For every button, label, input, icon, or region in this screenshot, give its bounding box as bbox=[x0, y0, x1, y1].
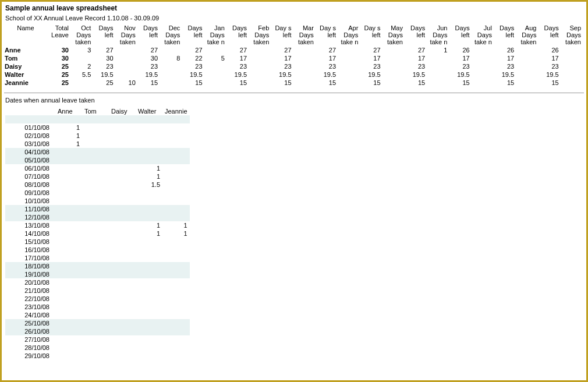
table-row: 26/10/08 bbox=[5, 327, 190, 335]
summary-header: Days left bbox=[493, 24, 515, 46]
cell: 15 bbox=[359, 79, 381, 87]
cell: 17 bbox=[493, 54, 515, 62]
cell bbox=[82, 295, 109, 303]
cell bbox=[109, 156, 136, 164]
table-row: 05/10/08 bbox=[5, 156, 190, 164]
cell bbox=[55, 352, 82, 360]
summary-header: Feb Days taken bbox=[248, 24, 270, 46]
cell bbox=[162, 189, 190, 197]
cell bbox=[162, 303, 190, 311]
table-row: 19/10/08 bbox=[5, 270, 190, 278]
cell bbox=[82, 319, 109, 327]
cell: 1 bbox=[162, 221, 190, 229]
cell bbox=[162, 295, 190, 303]
cell: 19.5 bbox=[137, 70, 159, 79]
cell bbox=[136, 123, 162, 132]
page-subtitle: School of XX Annual Leave Record 1.10.08… bbox=[2, 13, 586, 24]
cell: 17 bbox=[537, 54, 559, 62]
cell bbox=[82, 335, 109, 344]
cell: 1.5 bbox=[136, 181, 162, 189]
cell bbox=[293, 70, 315, 79]
cell bbox=[136, 319, 162, 327]
cell bbox=[159, 46, 181, 54]
row-total: 30 bbox=[48, 46, 70, 54]
cell bbox=[55, 327, 82, 335]
cell bbox=[82, 156, 109, 164]
cell bbox=[109, 319, 136, 327]
cell bbox=[136, 205, 162, 213]
cell bbox=[162, 213, 190, 221]
summary-header: Day s left bbox=[315, 24, 337, 46]
cell bbox=[248, 70, 270, 79]
summary-header: Jun Days take n bbox=[426, 24, 448, 46]
cell: 1 bbox=[55, 132, 82, 140]
summary-header: Days left bbox=[181, 24, 203, 46]
cell: 19.5 bbox=[493, 70, 515, 79]
cell bbox=[55, 254, 82, 262]
table-row: 29/10/08 bbox=[5, 352, 190, 360]
cell bbox=[82, 221, 109, 229]
table-row: 14/10/0811 bbox=[5, 229, 190, 238]
dates-header-person: Jeannie bbox=[162, 107, 190, 115]
summary-header: Jan Days take n bbox=[204, 24, 226, 46]
cell bbox=[55, 295, 82, 303]
date-cell: 05/10/08 bbox=[5, 156, 55, 164]
cell: 1 bbox=[162, 229, 190, 238]
table-row: 08/10/081.5 bbox=[5, 181, 190, 189]
cell: 19.5 bbox=[404, 70, 426, 79]
cell bbox=[337, 70, 359, 79]
cell bbox=[204, 70, 226, 79]
cell bbox=[515, 70, 537, 79]
row-name: Anne bbox=[3, 46, 48, 54]
cell bbox=[55, 148, 82, 156]
cell bbox=[382, 79, 404, 87]
cell: 23 bbox=[226, 62, 248, 70]
cell bbox=[109, 148, 136, 156]
cell bbox=[136, 295, 162, 303]
date-cell: 19/10/08 bbox=[5, 270, 55, 278]
cell bbox=[55, 303, 82, 311]
summary-header: Day s left bbox=[359, 24, 381, 46]
dates-title: Dates when annual leave taken bbox=[2, 97, 586, 107]
table-row: 17/10/08 bbox=[5, 254, 190, 262]
cell bbox=[162, 132, 190, 140]
cell: 15 bbox=[537, 79, 559, 87]
dates-header-person: Tom bbox=[82, 107, 109, 115]
cell bbox=[337, 54, 359, 62]
cell bbox=[162, 246, 190, 254]
cell bbox=[82, 172, 109, 181]
cell bbox=[55, 156, 82, 164]
table-row: 13/10/0811 bbox=[5, 221, 190, 229]
cell: 15 bbox=[404, 79, 426, 87]
row-name: Walter bbox=[3, 70, 48, 79]
summary-header: Nov Days taken bbox=[115, 24, 137, 46]
cell bbox=[293, 62, 315, 70]
cell bbox=[109, 246, 136, 254]
row-total: 25 bbox=[48, 62, 70, 70]
summary-header: Days left bbox=[226, 24, 248, 46]
cell bbox=[136, 140, 162, 148]
cell: 23 bbox=[315, 62, 337, 70]
row-name: Tom bbox=[3, 54, 48, 62]
cell: 26 bbox=[537, 46, 559, 54]
cell bbox=[55, 278, 82, 286]
summary-header: Day s left bbox=[270, 24, 292, 46]
cell bbox=[82, 115, 109, 123]
cell: 27 bbox=[137, 46, 159, 54]
cell bbox=[55, 197, 82, 205]
cell bbox=[55, 115, 82, 123]
cell bbox=[82, 238, 109, 246]
cell bbox=[109, 303, 136, 311]
cell: 15 bbox=[137, 79, 159, 87]
date-cell: 11/10/08 bbox=[5, 205, 55, 213]
cell bbox=[471, 79, 493, 87]
summary-header: Total Leave bbox=[48, 24, 70, 46]
cell bbox=[55, 205, 82, 213]
date-cell: 03/10/08 bbox=[5, 140, 55, 148]
cell bbox=[70, 54, 92, 62]
cell bbox=[109, 254, 136, 262]
cell bbox=[136, 311, 162, 319]
cell bbox=[136, 246, 162, 254]
cell bbox=[82, 352, 109, 360]
cell bbox=[109, 123, 136, 132]
